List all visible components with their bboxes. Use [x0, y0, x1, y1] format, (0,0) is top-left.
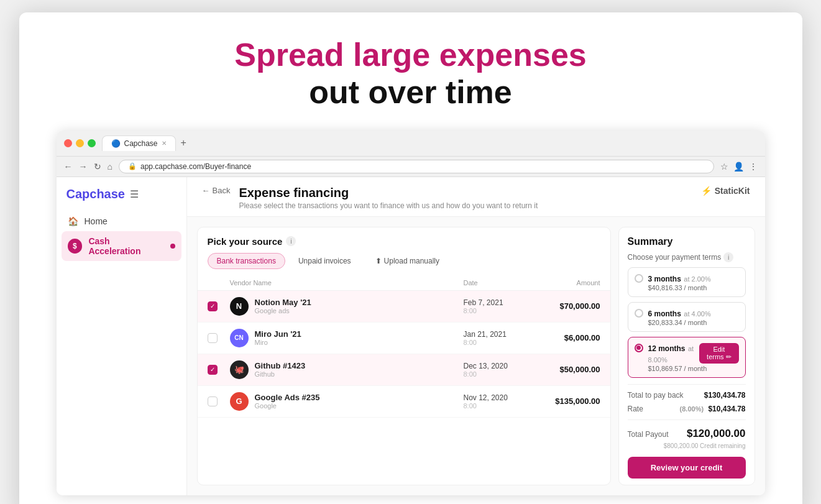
- term-monthly-12m: $10,869.57 / month: [648, 365, 739, 372]
- back-button[interactable]: ← Back: [202, 186, 231, 195]
- row-checkbox-3[interactable]: [208, 396, 218, 406]
- hero-line2: out over time: [32, 73, 790, 111]
- main-content: ← Back Expense financing Please select t…: [187, 177, 765, 495]
- brand-logo: ⚡ StaticKit: [701, 186, 750, 196]
- page-title-area: Expense financing Please select the tran…: [239, 186, 700, 210]
- back-arrow-icon: ←: [202, 186, 210, 195]
- date-cell-1: Jan 21, 2021 8:00: [464, 330, 538, 346]
- term-option-3m[interactable]: 3 months at 2.00% $40,816.33 / month: [628, 267, 746, 297]
- lock-icon: 🔒: [128, 162, 137, 170]
- date-0: Feb 7, 2021: [464, 298, 538, 307]
- new-tab-button[interactable]: +: [178, 137, 189, 149]
- home-icon: 🏠: [68, 216, 78, 226]
- table-header: Vendor Name Date Amount: [198, 275, 610, 291]
- term-monthly-3m: $40,816.33 / month: [648, 284, 711, 291]
- brand-icon: ⚡: [701, 186, 712, 196]
- sidebar-item-home-label: Home: [85, 216, 108, 226]
- payment-terms-info-icon[interactable]: i: [723, 252, 733, 262]
- header-date: Date: [464, 279, 538, 286]
- total-payback-row: Total to pay back $130,434.78: [628, 391, 746, 400]
- row-checkbox-0[interactable]: ✓: [208, 301, 218, 311]
- address-bar-row: ← → ↻ ⌂ 🔒 app.capchase.com/Buyer-finance…: [57, 157, 765, 177]
- rate-percent: (8.00%): [680, 405, 704, 413]
- date-2: Dec 13, 2020: [464, 362, 538, 370]
- date-cell-0: Feb 7, 2021 8:00: [464, 298, 538, 314]
- term-rate-6m: at 4.00%: [684, 310, 710, 318]
- total-payback-label: Total to pay back: [628, 391, 684, 400]
- vendor-name-3: Google Ads #235: [255, 393, 320, 402]
- credit-remaining: $800,200.00 Credit remaining: [628, 442, 746, 449]
- edit-terms-button[interactable]: Edit terms ✏: [699, 343, 738, 364]
- total-payout-value: $120,000.00: [687, 428, 746, 440]
- reload-nav-button[interactable]: ↻: [94, 162, 101, 172]
- source-tabs: Bank transactions Unpaid invoices ⬆ Uplo…: [198, 253, 610, 275]
- home-nav-button[interactable]: ⌂: [108, 162, 112, 172]
- panel-title: Pick your source: [208, 236, 283, 247]
- menu-icon[interactable]: ⋮: [749, 162, 758, 172]
- tab-bank-transactions[interactable]: Bank transactions: [208, 253, 285, 269]
- row-checkbox-2[interactable]: ✓: [208, 365, 218, 375]
- browser-tab[interactable]: 🔵 Capchase ✕: [102, 135, 176, 151]
- sidebar-item-home[interactable]: 🏠 Home: [62, 211, 181, 231]
- term-option-6m[interactable]: 6 months at 4.00% $20,833.34 / month: [628, 302, 746, 332]
- date-sub-2: 8:00: [464, 370, 538, 378]
- radio-12m[interactable]: [635, 344, 643, 352]
- cash-acceleration-icon: $: [68, 239, 83, 254]
- outer-frame: Spread large expenses out over time 🔵 Ca…: [19, 12, 802, 504]
- address-bar[interactable]: 🔒 app.capchase.com/Buyer-finance: [119, 160, 714, 173]
- miro-logo: CN: [230, 329, 249, 347]
- rate-value: (8.00%) $10,434.78: [680, 405, 746, 413]
- divider-1: [628, 384, 746, 385]
- term-detail-12m: 12 months at 8.00% Edit terms ✏ $10,869.…: [648, 342, 739, 372]
- forward-nav-button[interactable]: →: [79, 162, 88, 172]
- date-3: Nov 12, 2020: [464, 393, 538, 402]
- user-icon[interactable]: 👤: [733, 162, 744, 172]
- header-amount: Amount: [538, 279, 600, 286]
- maximize-traffic-light[interactable]: [88, 139, 96, 147]
- table-row[interactable]: ✓ N Notion May '21 Google ads Feb 7: [198, 291, 610, 323]
- table-row[interactable]: ✓ 🐙 Github #1423 Github Dec 13, 20: [198, 354, 610, 386]
- hero-line1: Spread large expenses: [32, 37, 790, 73]
- date-sub-0: 8:00: [464, 307, 538, 314]
- sidebar-item-cash-acceleration[interactable]: $ Cash Acceleration: [62, 231, 181, 261]
- summary-title: Summary: [628, 236, 746, 247]
- back-nav-button[interactable]: ←: [64, 162, 73, 172]
- star-icon[interactable]: ☆: [720, 162, 728, 172]
- upload-manually-button[interactable]: ⬆ Upload manually: [367, 253, 448, 269]
- review-credit-button[interactable]: Review your credit: [628, 457, 746, 479]
- close-traffic-light[interactable]: [64, 139, 72, 147]
- tab-unpaid-invoices[interactable]: Unpaid invoices: [289, 253, 360, 269]
- row-checkbox-1[interactable]: [208, 333, 218, 343]
- radio-6m[interactable]: [635, 309, 643, 318]
- sidebar: Capchase ☰ 🏠 Home $ Cash Acceleration: [57, 177, 187, 495]
- radio-3m[interactable]: [635, 274, 643, 283]
- total-payout-label: Total Payout: [628, 430, 669, 439]
- upload-icon: ⬆: [375, 257, 382, 265]
- amount-2: $50,000.00: [538, 365, 600, 374]
- date-sub-1: 8:00: [464, 339, 538, 346]
- rate-amount: $10,434.78: [708, 405, 745, 413]
- term-label-3m: 3 months: [648, 275, 681, 283]
- term-label-6m: 6 months: [648, 309, 681, 318]
- browser-chrome: 🔵 Capchase ✕ +: [57, 131, 765, 157]
- logo-text: Capchase: [67, 187, 126, 201]
- info-icon[interactable]: i: [286, 236, 296, 246]
- left-panel: Pick your source i Bank transactions Unp…: [197, 227, 611, 485]
- table-row[interactable]: G Google Ads #235 Google Nov 12, 2020 8:…: [198, 386, 610, 418]
- term-monthly-6m: $20,833.34 / month: [648, 319, 711, 326]
- panel-title-row: Pick your source i: [198, 227, 610, 253]
- content-body: Pick your source i Bank transactions Unp…: [187, 217, 765, 495]
- term-rate-3m: at 2.00%: [684, 275, 710, 283]
- sidebar-logo: Capchase ☰: [57, 187, 186, 211]
- app-layout: Capchase ☰ 🏠 Home $ Cash Acceleration: [57, 177, 765, 495]
- date-1: Jan 21, 2021: [464, 330, 538, 339]
- minimize-traffic-light[interactable]: [76, 139, 84, 147]
- tab-close-icon[interactable]: ✕: [162, 140, 167, 147]
- term-option-12m[interactable]: 12 months at 8.00% Edit terms ✏ $10,869.…: [628, 337, 746, 378]
- page-header: ← Back Expense financing Please select t…: [187, 177, 765, 217]
- sidebar-toggle-button[interactable]: ☰: [130, 188, 139, 200]
- hero-section: Spread large expenses out over time: [19, 12, 802, 124]
- github-logo: 🐙: [230, 360, 249, 379]
- tab-bar: 🔵 Capchase ✕ +: [102, 135, 758, 151]
- table-row[interactable]: CN Miro Jun '21 Miro Jan 21, 2021 8:00: [198, 323, 610, 354]
